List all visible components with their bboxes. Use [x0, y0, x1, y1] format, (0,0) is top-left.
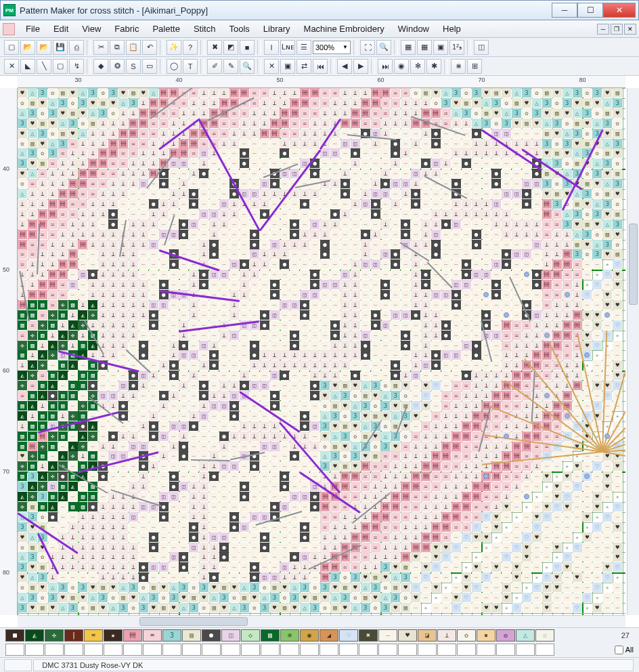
palette-slot-0[interactable]: [5, 644, 24, 656]
palette-slot-11[interactable]: [221, 644, 240, 656]
menu-palette[interactable]: Palette: [146, 21, 186, 37]
count-button[interactable]: 1²₃: [449, 40, 464, 55]
all-checkbox[interactable]: All: [615, 646, 634, 654]
s2-button[interactable]: ✻: [410, 59, 425, 74]
color-fill-button[interactable]: ■: [240, 40, 255, 55]
palette-slot-12[interactable]: [241, 644, 260, 656]
menu-window[interactable]: Window: [391, 21, 436, 37]
palette-slot-21[interactable]: [418, 644, 437, 656]
italic-button[interactable]: I: [264, 40, 279, 55]
palette-swatch-23[interactable]: ✿: [457, 629, 476, 642]
mdi-minimize[interactable]: ─: [597, 24, 609, 35]
next-button[interactable]: ▶: [353, 59, 368, 74]
swap-button[interactable]: ⇄: [296, 59, 311, 74]
palette-slot-13[interactable]: [261, 644, 280, 656]
menu-stitch[interactable]: Stitch: [187, 21, 223, 37]
palette-swatch-2[interactable]: ✣: [45, 629, 64, 642]
menu-file[interactable]: File: [19, 21, 47, 37]
palette-swatch-24[interactable]: ▪: [477, 629, 495, 642]
open-button[interactable]: 📂: [20, 40, 35, 55]
palette-swatch-17[interactable]: ♡: [339, 629, 358, 642]
palette-slot-17[interactable]: [339, 644, 358, 656]
eyedrop-button[interactable]: ✎: [223, 59, 238, 74]
vertical-scrollbar[interactable]: [627, 88, 639, 615]
toggle-square-button[interactable]: ◩: [223, 40, 238, 55]
palette-slot-25[interactable]: [496, 644, 515, 656]
line-button[interactable]: Lɴᴇ: [280, 40, 295, 55]
palette-swatch-16[interactable]: ◢: [320, 629, 338, 642]
menu-library[interactable]: Library: [257, 21, 297, 37]
last-button[interactable]: ⏭: [378, 59, 393, 74]
palette-slot-6[interactable]: [123, 644, 142, 656]
grid-button[interactable]: ▦: [401, 40, 416, 55]
open2-button[interactable]: 📂: [37, 40, 51, 55]
cut-button[interactable]: ✂: [93, 40, 108, 55]
palette-slot-23[interactable]: [457, 644, 476, 656]
vscroll-thumb[interactable]: [629, 224, 638, 305]
palette-slot-9[interactable]: [182, 644, 201, 656]
palette-slot-10[interactable]: [202, 644, 221, 656]
select-rect-button[interactable]: ▭: [142, 59, 157, 74]
palette-swatch-26[interactable]: △: [516, 629, 535, 642]
palette-slot-8[interactable]: [162, 644, 181, 656]
more-button[interactable]: ◫: [474, 40, 489, 55]
palette-swatch-13[interactable]: ▧: [261, 629, 280, 642]
text-tool-button[interactable]: ☰: [296, 40, 311, 55]
fit-all-button[interactable]: ⛶: [360, 40, 375, 55]
quarter-button[interactable]: ╲: [37, 59, 51, 74]
palette-swatch-18[interactable]: ✖: [359, 629, 378, 642]
s4-button[interactable]: ⋇: [451, 59, 466, 74]
s3-button[interactable]: ✱: [426, 59, 441, 74]
bead-button[interactable]: ◆: [93, 59, 108, 74]
palette-slot-14[interactable]: [280, 644, 299, 656]
erase-button[interactable]: ✐: [207, 59, 222, 74]
print-button[interactable]: ⎙: [69, 40, 84, 55]
full-x-button[interactable]: ✕: [4, 59, 19, 74]
palette-swatch-7[interactable]: =: [143, 629, 162, 642]
palette-slot-1[interactable]: [25, 644, 44, 656]
palette-swatch-27[interactable]: ▫: [535, 629, 554, 642]
sel-move-button[interactable]: ▣: [280, 59, 295, 74]
palette-swatch-6[interactable]: 卌: [123, 629, 142, 642]
palette-swatch-15[interactable]: ◉: [300, 629, 319, 642]
palette-swatch-21[interactable]: ◪: [418, 629, 437, 642]
wizard-button[interactable]: ✨: [167, 40, 181, 55]
palette-swatch-12[interactable]: ◇: [241, 629, 260, 642]
palette-swatch-19[interactable]: –: [378, 629, 397, 642]
bold-grid-button[interactable]: ▦: [417, 40, 432, 55]
palette-slot-2[interactable]: [45, 644, 64, 656]
palette-slot-26[interactable]: [516, 644, 535, 656]
motif-button[interactable]: ❂: [110, 59, 125, 74]
mdi-close[interactable]: ✕: [624, 24, 636, 35]
paste-button[interactable]: 📋: [126, 40, 141, 55]
palette-swatch-22[interactable]: ⊥: [437, 629, 456, 642]
palette-swatch-3[interactable]: |: [64, 629, 83, 642]
copy-button[interactable]: ⧉: [110, 40, 125, 55]
palette-slot-5[interactable]: [104, 644, 123, 656]
back-button[interactable]: ▢: [53, 59, 68, 74]
palette-slot-4[interactable]: [84, 644, 103, 656]
minimize-button[interactable]: ─: [552, 3, 577, 18]
colors-button[interactable]: ▣: [433, 40, 448, 55]
palette-slot-20[interactable]: [398, 644, 417, 656]
new-button[interactable]: ▢: [4, 40, 19, 55]
half-button[interactable]: ◣: [20, 59, 35, 74]
palette-swatch-8[interactable]: 3: [162, 629, 181, 642]
mdi-restore[interactable]: ❐: [611, 24, 623, 35]
palette-swatch-5[interactable]: ★: [104, 629, 123, 642]
first-button[interactable]: ⏮: [313, 59, 328, 74]
palette-swatch-0[interactable]: ■: [5, 629, 24, 642]
prev-button[interactable]: ◀: [337, 59, 352, 74]
save-button[interactable]: 💾: [53, 40, 68, 55]
palette-slot-15[interactable]: [300, 644, 319, 656]
menu-help[interactable]: Help: [436, 21, 468, 37]
special-button[interactable]: ↯: [69, 59, 84, 74]
select-ellipse-button[interactable]: ◯: [167, 59, 181, 74]
close-button[interactable]: ✕: [603, 3, 636, 18]
zoom-button[interactable]: 🔍: [240, 59, 255, 74]
palette-swatch-14[interactable]: ✻: [280, 629, 299, 642]
hscroll-thumb[interactable]: [139, 617, 248, 626]
horizontal-scrollbar[interactable]: [18, 615, 625, 627]
palette-swatch-11[interactable]: ◫: [221, 629, 240, 642]
menu-tools[interactable]: Tools: [222, 21, 256, 37]
